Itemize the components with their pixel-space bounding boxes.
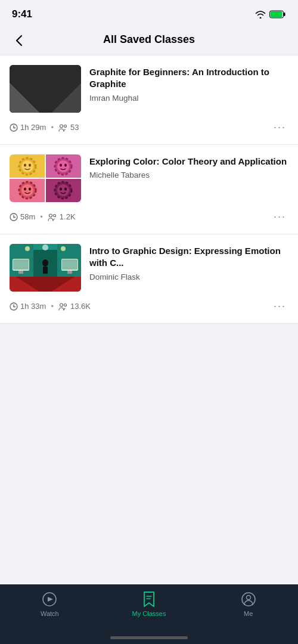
svg-point-25 — [60, 125, 63, 128]
page-title: All Saved Classes — [103, 33, 195, 46]
svg-point-47 — [57, 184, 69, 196]
bottom-navigation: Watch My Classes Me — [0, 584, 298, 644]
svg-rect-67 — [13, 259, 29, 270]
svg-point-50 — [64, 188, 67, 191]
more-button-1[interactable]: ··· — [270, 119, 290, 136]
students-item-1: 53 — [58, 123, 79, 132]
svg-point-34 — [24, 164, 26, 167]
svg-rect-15 — [49, 71, 73, 107]
svg-point-35 — [29, 164, 31, 167]
clock-icon-2 — [10, 213, 18, 221]
svg-point-42 — [21, 184, 33, 196]
meta-dot-3: • — [51, 302, 54, 311]
thumbnail-1 — [10, 65, 81, 113]
svg-rect-10 — [23, 88, 27, 104]
class-info-3: Intro to Graphic Design: Expressing Emot… — [89, 244, 288, 281]
class-card-1[interactable]: Graphite for Beginners: An Introduction … — [0, 55, 298, 145]
svg-rect-9 — [18, 92, 21, 104]
svg-point-73 — [61, 246, 66, 251]
svg-point-49 — [60, 188, 62, 191]
more-button-2[interactable]: ··· — [270, 208, 290, 225]
svg-rect-21 — [69, 85, 73, 105]
class-info-2: Exploring Color: Color Theory and Applic… — [89, 154, 288, 179]
battery-icon — [269, 10, 286, 18]
svg-point-39 — [60, 164, 62, 167]
duration-text-1: 1h 29m — [20, 123, 46, 132]
nav-item-me[interactable]: Me — [198, 592, 298, 617]
clock-icon-3 — [10, 302, 18, 311]
thumbnail-3 — [10, 244, 81, 292]
class-card-2[interactable]: Exploring Color: Color Theory and Applic… — [0, 145, 298, 234]
watch-nav-label: Watch — [41, 610, 59, 617]
svg-point-57 — [53, 214, 55, 216]
class-meta-2: 58m • 1.2K — [10, 212, 76, 221]
svg-marker-81 — [48, 597, 53, 602]
status-icons — [255, 10, 286, 18]
svg-rect-2 — [271, 11, 283, 17]
class-info-1: Graphite for Beginners: An Introduction … — [89, 65, 288, 103]
svg-point-40 — [64, 164, 67, 167]
svg-rect-18 — [52, 90, 57, 105]
svg-point-85 — [246, 596, 250, 600]
svg-rect-11 — [29, 90, 32, 104]
more-button-3[interactable]: ··· — [270, 298, 290, 315]
wifi-icon — [255, 10, 266, 18]
class-card-3[interactable]: Intro to Graphic Design: Expressing Emot… — [0, 234, 298, 324]
svg-point-78 — [60, 304, 63, 306]
duration-item-2: 58m — [10, 212, 35, 221]
svg-rect-4 — [13, 68, 42, 110]
class-title-1: Graphite for Beginners: An Introduction … — [89, 66, 288, 91]
svg-rect-65 — [43, 267, 48, 274]
students-item-2: 1.2K — [48, 212, 76, 221]
status-bar: 9:41 — [0, 0, 298, 26]
svg-point-74 — [42, 244, 48, 250]
watch-nav-icon — [42, 592, 57, 607]
home-indicator — [110, 636, 188, 639]
class-author-1: Imran Mughal — [89, 94, 288, 103]
class-title-3: Intro to Graphic Design: Expressing Emot… — [89, 245, 288, 270]
svg-rect-68 — [18, 271, 23, 274]
students-icon-3 — [58, 302, 68, 311]
svg-point-26 — [64, 125, 66, 127]
svg-rect-14 — [48, 70, 74, 108]
svg-rect-20 — [64, 89, 68, 105]
svg-rect-12 — [33, 86, 37, 104]
students-icon-1 — [58, 123, 68, 132]
svg-point-45 — [29, 188, 31, 191]
svg-point-64 — [42, 259, 48, 267]
svg-point-72 — [25, 246, 30, 251]
svg-point-56 — [49, 214, 52, 217]
svg-rect-13 — [46, 68, 76, 110]
duration-text-2: 58m — [20, 212, 35, 221]
class-author-2: Michelle Tabares — [89, 171, 288, 179]
svg-line-16 — [51, 77, 72, 80]
svg-line-17 — [51, 84, 72, 86]
nav-item-watch[interactable]: Watch — [0, 592, 100, 617]
students-text-1: 53 — [70, 123, 79, 132]
svg-rect-19 — [58, 86, 63, 105]
page-header: All Saved Classes — [0, 26, 298, 55]
svg-rect-71 — [67, 271, 72, 274]
students-item-3: 13.6K — [58, 302, 91, 311]
myclasses-nav-icon — [141, 592, 157, 607]
svg-point-37 — [57, 160, 69, 172]
back-button[interactable] — [10, 31, 29, 50]
class-title-2: Exploring Color: Color Theory and Applic… — [89, 156, 288, 168]
class-author-3: Dominic Flask — [89, 273, 288, 281]
class-meta-3: 1h 33m • 13.6K — [10, 302, 91, 311]
me-nav-label: Me — [244, 610, 253, 617]
svg-rect-70 — [62, 259, 77, 270]
nav-item-myclasses[interactable]: My Classes — [100, 592, 199, 617]
svg-point-44 — [24, 188, 26, 191]
class-meta-1: 1h 29m • 53 — [10, 123, 79, 132]
svg-point-79 — [64, 304, 66, 306]
me-nav-icon — [241, 592, 256, 607]
duration-text-3: 1h 33m — [20, 302, 46, 311]
myclasses-nav-label: My Classes — [132, 610, 166, 617]
svg-rect-1 — [284, 13, 285, 16]
status-time: 9:41 — [12, 8, 32, 20]
svg-rect-5 — [14, 70, 41, 108]
svg-point-32 — [21, 160, 33, 172]
svg-line-7 — [17, 80, 39, 83]
students-text-2: 1.2K — [60, 212, 76, 221]
